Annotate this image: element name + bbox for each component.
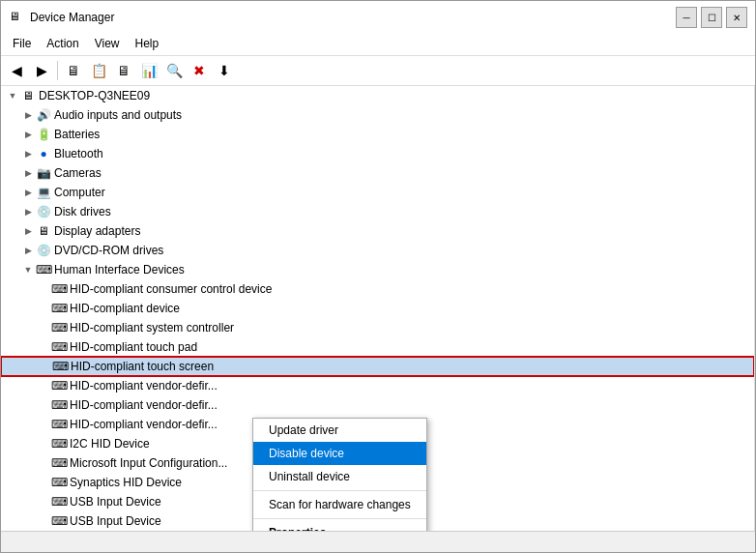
window-title: Device Manager bbox=[30, 11, 114, 24]
hid6-icon: ⌨ bbox=[51, 378, 67, 393]
dvd-expand-icon: ▶ bbox=[20, 243, 36, 258]
hid-expand-icon: ▼ bbox=[20, 262, 36, 277]
tree-item-disk[interactable]: ▶ 💿 Disk drives bbox=[1, 202, 754, 221]
hid4-icon: ⌨ bbox=[51, 339, 67, 355]
title-bar: 🖥 Device Manager ─ ☐ ✕ bbox=[1, 1, 755, 32]
search-button[interactable]: 🔍 bbox=[162, 59, 186, 82]
tree-root[interactable]: ▼ 🖥 DESKTOP-Q3NEE09 bbox=[1, 86, 754, 105]
tree-item-audio[interactable]: ▶ 🔊 Audio inputs and outputs bbox=[1, 105, 754, 125]
hid7-label: HID-compliant vendor-defir... bbox=[70, 398, 218, 412]
hid2-label: HID-compliant device bbox=[70, 302, 180, 315]
msic-label: Microsoft Input Configuration... bbox=[70, 456, 227, 470]
hid1-icon: ⌨ bbox=[51, 281, 67, 297]
root-icon: 🖥 bbox=[20, 88, 36, 103]
i2c-icon: ⌨ bbox=[51, 436, 67, 451]
hid3-icon: ⌨ bbox=[51, 320, 67, 335]
root-expand-icon: ▼ bbox=[5, 88, 20, 103]
dvd-label: DVD/CD-ROM drives bbox=[54, 244, 163, 257]
hid7-icon: ⌨ bbox=[51, 397, 67, 413]
hid3-label: HID-compliant system controller bbox=[70, 321, 234, 335]
scan-button[interactable]: 📊 bbox=[137, 59, 160, 82]
display-expand-icon: ▶ bbox=[20, 223, 36, 239]
computer-expand-icon: ▶ bbox=[20, 185, 36, 200]
tree-item-display[interactable]: ▶ 🖥 Display adapters bbox=[1, 221, 754, 241]
tree-item-dvd[interactable]: ▶ 💿 DVD/CD-ROM drives bbox=[1, 241, 754, 260]
disk-expand-icon: ▶ bbox=[20, 204, 36, 219]
menu-help[interactable]: Help bbox=[128, 34, 167, 53]
msic-icon: ⌨ bbox=[51, 455, 67, 471]
ctx-update-driver[interactable]: Update driver bbox=[253, 419, 426, 442]
toolbar: ◀ ▶ 🖥 📋 🖥 📊 🔍 ✖ ⬇ bbox=[1, 56, 755, 86]
tree-item-hid2[interactable]: ▶ ⌨ HID-compliant device bbox=[1, 299, 754, 318]
hid8-label: HID-compliant vendor-defir... bbox=[70, 418, 218, 431]
ctx-properties[interactable]: Properties bbox=[253, 521, 426, 531]
tree-item-hid7[interactable]: ▶ ⌨ HID-compliant vendor-defir... bbox=[1, 395, 754, 415]
tree-item-hid5[interactable]: ▶ ⌨ HID-compliant touch screen bbox=[1, 357, 754, 376]
hid8-icon: ⌨ bbox=[51, 417, 67, 432]
computer-button[interactable]: 🖥 bbox=[62, 59, 85, 82]
hid5-icon: ⌨ bbox=[52, 359, 68, 374]
tree-item-hid[interactable]: ▼ ⌨ Human Interface Devices bbox=[1, 260, 754, 279]
tree-item-hid1[interactable]: ▶ ⌨ HID-compliant consumer control devic… bbox=[1, 279, 754, 299]
ctx-separator-2 bbox=[253, 518, 426, 519]
hid-label: Human Interface Devices bbox=[54, 263, 185, 276]
toolbar-separator-1 bbox=[57, 61, 58, 80]
disk-icon: 💿 bbox=[36, 204, 51, 219]
ctx-scan-hardware[interactable]: Scan for hardware changes bbox=[253, 493, 426, 516]
tree-item-hid3[interactable]: ▶ ⌨ HID-compliant system controller bbox=[1, 318, 754, 337]
i2c-label: I2C HID Device bbox=[70, 437, 150, 451]
batteries-icon: 🔋 bbox=[36, 127, 51, 142]
hid6-label: HID-compliant vendor-defir... bbox=[70, 379, 218, 393]
tree-item-cameras[interactable]: ▶ 📷 Cameras bbox=[1, 163, 754, 183]
maximize-button[interactable]: ☐ bbox=[701, 7, 722, 28]
close-button[interactable]: ✕ bbox=[726, 7, 747, 28]
tree-item-bluetooth[interactable]: ▶ ● Bluetooth bbox=[1, 144, 754, 163]
ctx-separator-1 bbox=[253, 490, 426, 491]
back-button[interactable]: ◀ bbox=[5, 59, 28, 82]
hid4-label: HID-compliant touch pad bbox=[70, 340, 197, 354]
device-manager-window: 🖥 Device Manager ─ ☐ ✕ File Action View … bbox=[0, 0, 756, 553]
bluetooth-icon: ● bbox=[36, 146, 51, 161]
audio-icon: 🔊 bbox=[36, 107, 51, 123]
ctx-disable-device[interactable]: Disable device bbox=[253, 442, 426, 465]
cameras-label: Cameras bbox=[54, 166, 102, 180]
status-bar bbox=[1, 531, 755, 552]
minimize-button[interactable]: ─ bbox=[676, 7, 697, 28]
download-button[interactable]: ⬇ bbox=[213, 59, 236, 82]
menu-file[interactable]: File bbox=[5, 34, 39, 53]
usb1-label: USB Input Device bbox=[70, 495, 161, 509]
dvd-icon: 💿 bbox=[36, 243, 51, 258]
usb2-icon: ⌨ bbox=[51, 513, 67, 529]
audio-label: Audio inputs and outputs bbox=[54, 108, 182, 122]
title-controls: ─ ☐ ✕ bbox=[676, 7, 747, 28]
context-menu: Update driver Disable device Uninstall d… bbox=[252, 418, 427, 531]
remove-button[interactable]: ✖ bbox=[188, 59, 211, 82]
tree-item-batteries[interactable]: ▶ 🔋 Batteries bbox=[1, 125, 754, 144]
hid2-icon: ⌨ bbox=[51, 301, 67, 316]
disk-label: Disk drives bbox=[54, 205, 111, 218]
synaptics-icon: ⌨ bbox=[51, 475, 67, 490]
title-bar-left: 🖥 Device Manager bbox=[9, 10, 114, 25]
content-area: ▼ 🖥 DESKTOP-Q3NEE09 ▶ 🔊 Audio inputs and… bbox=[1, 86, 755, 531]
computer-label: Computer bbox=[54, 186, 105, 199]
cameras-expand-icon: ▶ bbox=[20, 165, 36, 181]
menu-view[interactable]: View bbox=[87, 34, 128, 53]
hid-icon: ⌨ bbox=[36, 262, 51, 277]
root-label: DESKTOP-Q3NEE09 bbox=[39, 89, 150, 102]
tree-item-hid4[interactable]: ▶ ⌨ HID-compliant touch pad bbox=[1, 337, 754, 357]
hid5-label: HID-compliant touch screen bbox=[71, 360, 214, 373]
display-label: Display adapters bbox=[54, 224, 140, 238]
ctx-uninstall-device[interactable]: Uninstall device bbox=[253, 465, 426, 488]
app-icon: 🖥 bbox=[9, 10, 24, 25]
properties-button[interactable]: 📋 bbox=[87, 59, 110, 82]
batteries-label: Batteries bbox=[54, 128, 100, 141]
usb1-icon: ⌨ bbox=[51, 494, 67, 509]
tree-item-computer[interactable]: ▶ 💻 Computer bbox=[1, 183, 754, 202]
menu-action[interactable]: Action bbox=[39, 34, 86, 53]
tree-item-hid6[interactable]: ▶ ⌨ HID-compliant vendor-defir... bbox=[1, 376, 754, 395]
device-tree[interactable]: ▼ 🖥 DESKTOP-Q3NEE09 ▶ 🔊 Audio inputs and… bbox=[1, 86, 755, 531]
forward-button[interactable]: ▶ bbox=[30, 59, 53, 82]
bluetooth-expand-icon: ▶ bbox=[20, 146, 36, 161]
cameras-icon: 📷 bbox=[36, 165, 51, 181]
update-driver-button[interactable]: 🖥 bbox=[112, 59, 135, 82]
